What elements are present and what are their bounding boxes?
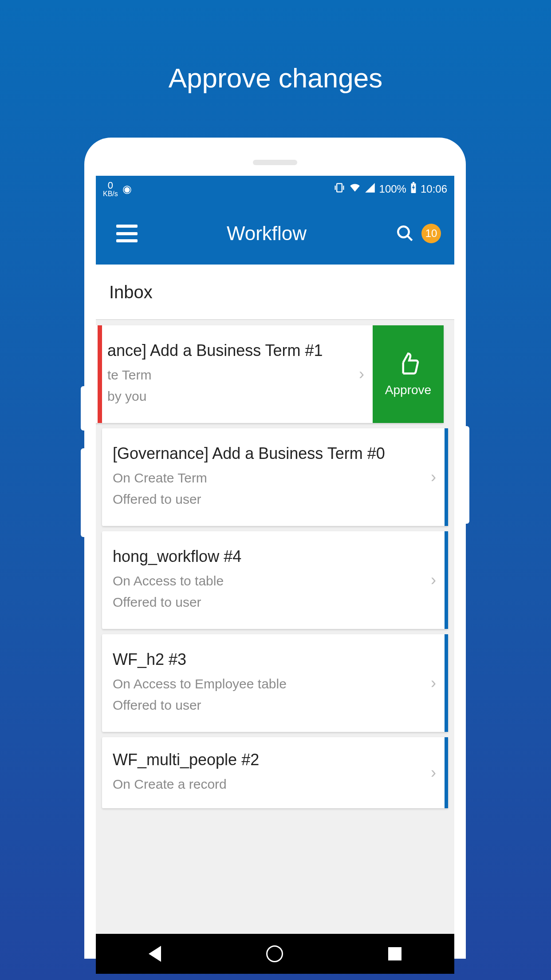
- svg-point-3: [398, 226, 409, 237]
- marketing-title: Approve changes: [0, 62, 551, 94]
- list-item[interactable]: [Governance] Add a Business Term #0 On C…: [102, 428, 448, 526]
- accent-bar: [445, 737, 448, 808]
- item-title: WF_multi_people #2: [113, 751, 412, 769]
- list-item[interactable]: WF_multi_people #2 On Create a record ›: [102, 737, 448, 808]
- sync-icon: ◉: [122, 183, 132, 195]
- clock-text: 10:06: [421, 183, 447, 195]
- chevron-right-icon: ›: [350, 325, 373, 423]
- approve-button[interactable]: Approve: [373, 325, 444, 423]
- item-subtitle: by you: [107, 386, 340, 407]
- app-screen: 0 KB/s ◉ 100% 10:06: [96, 176, 454, 974]
- data-rate-indicator: 0 KB/s: [103, 181, 118, 198]
- svg-rect-0: [337, 184, 342, 192]
- chevron-right-icon: ›: [422, 634, 445, 732]
- section-header-inbox: Inbox: [96, 265, 454, 320]
- phone-side-button: [81, 386, 87, 431]
- item-title: WF_h2 #3: [113, 650, 412, 669]
- item-subtitle: te Term: [107, 364, 340, 386]
- menu-button[interactable]: [116, 225, 138, 242]
- item-subtitle: Offered to user: [113, 592, 412, 613]
- home-button[interactable]: [266, 945, 283, 962]
- item-subtitle: Offered to user: [113, 489, 412, 510]
- android-nav-bar: [96, 934, 454, 974]
- svg-rect-2: [413, 182, 414, 183]
- phone-speaker-area: [96, 149, 454, 176]
- list-item[interactable]: hong_workflow #4 On Access to table Offe…: [102, 531, 448, 629]
- phone-speaker: [253, 160, 297, 165]
- accent-bar: [445, 428, 448, 526]
- item-subtitle: On Create Term: [113, 467, 412, 489]
- item-subtitle: On Access to Employee table: [113, 673, 412, 695]
- phone-frame: 0 KB/s ◉ 100% 10:06: [84, 138, 466, 959]
- accent-bar: [98, 325, 102, 423]
- list-item[interactable]: WF_h2 #3 On Access to Employee table Off…: [102, 634, 448, 732]
- battery-text: 100%: [379, 183, 406, 195]
- item-title: [Governance] Add a Business Term #0: [113, 444, 412, 463]
- chevron-right-icon: ›: [422, 428, 445, 526]
- battery-icon: [410, 182, 417, 196]
- accent-bar: [445, 634, 448, 732]
- app-bar: Workflow 10: [96, 202, 454, 265]
- status-bar: 0 KB/s ◉ 100% 10:06: [96, 176, 454, 202]
- item-title: ance] Add a Business Term #1: [107, 341, 340, 360]
- item-subtitle: On Access to table: [113, 570, 412, 592]
- phone-side-button: [81, 448, 87, 537]
- workflow-list[interactable]: ance] Add a Business Term #1 te Term by …: [96, 325, 454, 808]
- wifi-icon: [349, 182, 361, 196]
- search-button[interactable]: [396, 224, 414, 243]
- chevron-right-icon: ›: [422, 737, 445, 808]
- item-title: hong_workflow #4: [113, 547, 412, 566]
- item-subtitle: Offered to user: [113, 695, 412, 716]
- page-title: Workflow: [138, 222, 396, 245]
- thumbs-up-icon: [396, 352, 420, 379]
- recents-button[interactable]: [388, 947, 401, 960]
- accent-bar: [445, 531, 448, 629]
- phone-side-button: [463, 426, 469, 524]
- approve-label: Approve: [385, 383, 431, 397]
- chevron-right-icon: ›: [422, 531, 445, 629]
- vibrate-icon: [333, 182, 346, 197]
- notification-badge[interactable]: 10: [421, 224, 441, 243]
- back-button[interactable]: [149, 946, 161, 962]
- list-item[interactable]: ance] Add a Business Term #1 te Term by …: [96, 325, 444, 423]
- item-subtitle: On Create a record: [113, 774, 412, 795]
- signal-icon: [364, 182, 376, 196]
